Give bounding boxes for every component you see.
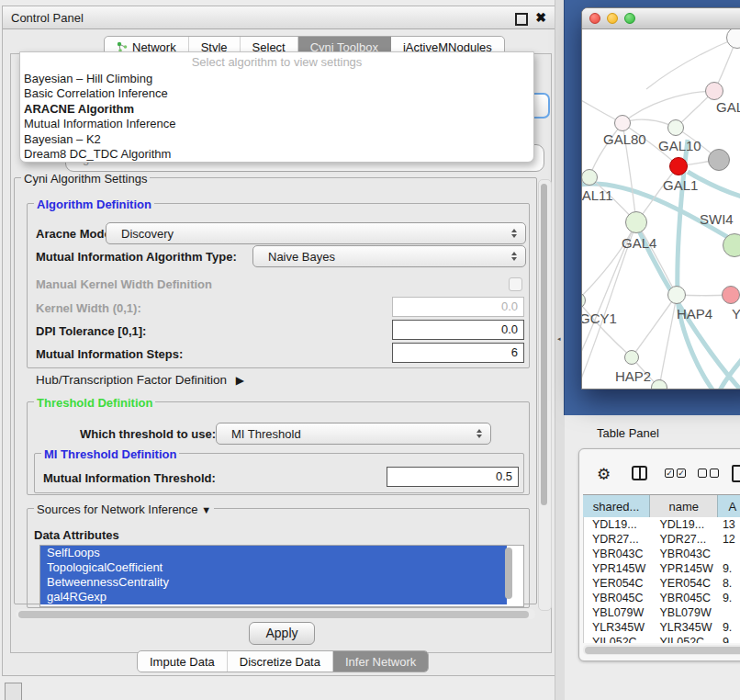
table-cell: YER054C bbox=[584, 576, 651, 591]
network-node[interactable] bbox=[651, 379, 667, 389]
export-table-icon[interactable] bbox=[732, 465, 740, 482]
mi-steps-field[interactable]: 6 bbox=[392, 343, 524, 363]
network-node[interactable] bbox=[726, 29, 740, 49]
node-label: GAL bbox=[716, 99, 740, 115]
table-row[interactable]: YBL079WYBL079W bbox=[584, 605, 740, 620]
table-cell: YDR27... bbox=[584, 532, 651, 547]
data-attribute-item[interactable]: SelfLoops bbox=[40, 546, 507, 560]
kernel-width-label: Kernel Width (0,1): bbox=[36, 301, 141, 315]
close-traffic-icon[interactable] bbox=[589, 13, 600, 24]
zoom-traffic-icon[interactable] bbox=[624, 13, 635, 24]
network-node[interactable] bbox=[625, 211, 647, 233]
network-node[interactable] bbox=[667, 119, 684, 136]
desktop-background: GALGAL80GAL10GAL1GAL11GAL4SWI4GCY1HAP4YH… bbox=[564, 0, 740, 415]
tab-infer-network[interactable]: Infer Network bbox=[333, 651, 428, 672]
algorithm-option[interactable]: Bayesian – K2 bbox=[20, 132, 533, 147]
table-row[interactable]: YDL19...YDL19...13 bbox=[584, 517, 740, 532]
table-row[interactable]: YBR043CYBR043C bbox=[584, 547, 740, 561]
sources-group-label[interactable]: Sources for Network Inference ▼ bbox=[34, 502, 214, 516]
network-node[interactable] bbox=[614, 115, 631, 131]
settings-vertical-scrollbar[interactable] bbox=[538, 179, 552, 611]
hub-definition-toggle[interactable]: Hub/Transcription Factor Definition ▶ bbox=[36, 373, 244, 387]
divider-handle-icon[interactable]: ◂ bbox=[557, 335, 561, 343]
cyni-bottom-tabbar: Impute Data Discretize Data Infer Networ… bbox=[137, 650, 429, 672]
close-icon[interactable]: ✖ bbox=[535, 10, 546, 25]
control-panel-title: Control Panel bbox=[11, 11, 84, 25]
table-row[interactable]: YPR145WYPR145W9. bbox=[584, 561, 740, 576]
table-cell: YBR045C bbox=[584, 591, 651, 605]
network-node[interactable] bbox=[705, 82, 723, 100]
algorithm-option[interactable]: Bayesian – Hill Climbing bbox=[20, 72, 533, 86]
table-cell: YIL052C bbox=[584, 635, 651, 643]
algorithm-option[interactable]: Dream8 DC_TDC Algorithm bbox=[20, 147, 533, 162]
table-row[interactable]: YIL052CYIL052C9 bbox=[584, 635, 740, 643]
table-cell: 9 bbox=[720, 635, 740, 643]
dropdown-placeholder: Select algorithm to view settings bbox=[20, 52, 533, 72]
network-window[interactable]: GALGAL80GAL10GAL1GAL11GAL4SWI4GCY1HAP4YH… bbox=[581, 7, 740, 390]
data-attribute-item[interactable]: gal4RGexp bbox=[40, 590, 507, 604]
table-row[interactable]: YDR27...YDR27...12 bbox=[584, 532, 740, 547]
node-label: HAP2 bbox=[615, 368, 651, 384]
algorithm-option[interactable]: Basic Correlation Inference bbox=[20, 86, 533, 101]
table-row[interactable]: YER054CYER054C8. bbox=[584, 576, 740, 591]
network-node[interactable] bbox=[723, 233, 740, 257]
table-cell: 13 bbox=[720, 517, 740, 532]
minimize-traffic-icon[interactable] bbox=[607, 13, 618, 24]
network-canvas[interactable]: GALGAL80GAL10GAL1GAL11GAL4SWI4GCY1HAP4YH… bbox=[582, 29, 740, 389]
columns-icon[interactable] bbox=[632, 466, 647, 480]
control-panel-titlebar[interactable]: Control Panel ✖ bbox=[3, 6, 555, 29]
table-row[interactable]: YBR045CYBR045C9. bbox=[584, 591, 740, 605]
network-node[interactable] bbox=[669, 157, 688, 175]
table-horizontal-scrollbar[interactable] bbox=[583, 645, 740, 655]
mi-threshold-field[interactable]: 0.5 bbox=[387, 467, 519, 487]
network-window-titlebar[interactable] bbox=[582, 8, 740, 29]
data-attribute-item[interactable]: BetweennessCentrality bbox=[40, 575, 507, 590]
table-cell: YBL079W bbox=[651, 605, 719, 620]
settings-horizontal-scrollbar[interactable] bbox=[16, 609, 535, 619]
kernel-width-field[interactable]: 0.0 bbox=[392, 297, 524, 317]
mi-type-combobox[interactable]: Naive Bayes bbox=[252, 245, 526, 267]
table-cell: 9. bbox=[720, 620, 740, 635]
settings-vscroll-thumb[interactable] bbox=[541, 184, 547, 505]
aracne-mode-combobox[interactable]: Discovery bbox=[106, 222, 526, 244]
table-row[interactable]: YLR345WYLR345W9. bbox=[584, 620, 740, 635]
table-cell: YDR27... bbox=[651, 532, 719, 547]
tab-impute-data[interactable]: Impute Data bbox=[138, 651, 228, 672]
settings-hscroll-thumb[interactable] bbox=[18, 611, 529, 618]
attr-list-vscroll-thumb[interactable] bbox=[505, 548, 512, 599]
algorithm-option[interactable]: ARACNE Algorithm bbox=[20, 102, 533, 117]
table-header-row: shared... name A bbox=[583, 494, 740, 518]
tab-discretize-data[interactable]: Discretize Data bbox=[228, 651, 333, 672]
table-cell: YPR145W bbox=[584, 561, 651, 576]
apply-button[interactable]: Apply bbox=[249, 622, 315, 645]
node-label: SWI4 bbox=[700, 211, 734, 227]
select-all-checkboxes-icon[interactable]: ✓✓ bbox=[665, 469, 689, 485]
node-label: GAL1 bbox=[663, 177, 698, 193]
deselect-all-checkboxes-icon[interactable] bbox=[698, 469, 722, 485]
table-cell: 9. bbox=[720, 591, 740, 605]
float-window-icon[interactable] bbox=[515, 13, 528, 26]
threshold-definition-label: Threshold Definition bbox=[34, 396, 155, 410]
manual-kernel-checkbox[interactable] bbox=[509, 277, 522, 291]
spinner-arrows-icon bbox=[511, 252, 517, 261]
column-header-name[interactable]: name bbox=[650, 495, 718, 517]
expand-right-icon: ▶ bbox=[236, 374, 244, 387]
application-screen: Control Panel ✖ Network Style Select bbox=[0, 0, 740, 700]
dpi-tolerance-field[interactable]: 0.0 bbox=[392, 320, 524, 340]
table-cell: YDL19... bbox=[584, 517, 651, 532]
algorithm-option[interactable]: Mutual Information Inference bbox=[20, 117, 533, 131]
network-node[interactable] bbox=[667, 286, 686, 304]
gear-icon[interactable]: ⚙ bbox=[597, 465, 611, 484]
network-node[interactable] bbox=[708, 149, 730, 171]
data-attribute-item[interactable]: TopologicalCoefficient bbox=[40, 560, 507, 575]
table-hscroll-thumb[interactable] bbox=[585, 647, 740, 654]
column-header-partial[interactable]: A bbox=[718, 495, 740, 517]
network-node[interactable] bbox=[582, 169, 598, 186]
network-node[interactable] bbox=[624, 350, 639, 365]
node-label: GAL11 bbox=[582, 187, 613, 203]
collapsed-panel-grip[interactable] bbox=[5, 683, 22, 700]
column-header-shared[interactable]: shared... bbox=[583, 495, 650, 517]
network-node[interactable] bbox=[722, 286, 740, 304]
network-node[interactable] bbox=[582, 292, 586, 309]
which-threshold-combobox[interactable]: MI Threshold bbox=[216, 423, 491, 445]
